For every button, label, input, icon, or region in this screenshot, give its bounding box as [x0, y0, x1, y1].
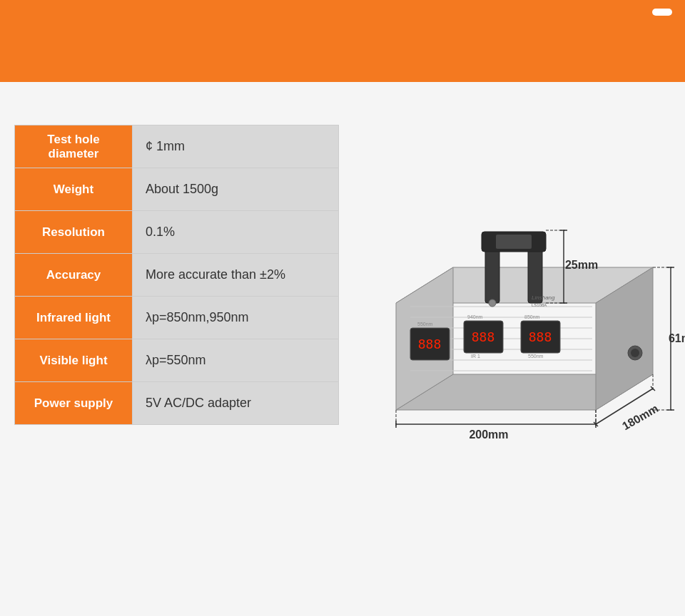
spec-row: Test hole diameter ¢ 1mm — [15, 125, 339, 168]
spec-row: Resolution 0.1% — [15, 211, 339, 254]
svg-text:850nm: 850nm — [524, 314, 540, 319]
spec-label: Test hole diameter — [15, 125, 133, 168]
device-illustration: 888 888 888 550nm 940nm 850nm IR 1 550nm — [353, 210, 685, 510]
svg-rect-27 — [496, 235, 532, 249]
spec-label: Visible light — [15, 339, 133, 382]
svg-text:IR 1: IR 1 — [471, 354, 480, 359]
spec-label: Power supply — [15, 382, 133, 425]
spec-value: 5V AC/DC adapter — [133, 382, 339, 425]
svg-text:550nm: 550nm — [528, 354, 544, 359]
svg-text:LS108A: LS108A — [532, 303, 547, 307]
logo-container — [652, 9, 672, 16]
svg-point-28 — [489, 299, 496, 307]
svg-rect-24 — [485, 250, 499, 303]
spec-value: More accurate than ±2% — [133, 254, 339, 297]
spec-row: Infrared light λp=850nm,950nm — [15, 297, 339, 339]
spec-label: Weight — [15, 168, 133, 211]
spec-value: ¢ 1mm — [133, 125, 339, 168]
svg-text:61mm: 61mm — [669, 332, 685, 344]
spec-row: Weight About 1500g — [15, 168, 339, 211]
spec-row: Visible light λp=550nm — [15, 339, 339, 382]
svg-text:888: 888 — [418, 337, 442, 351]
main-content: Test hole diameter ¢ 1mm Weight About 15… — [0, 82, 685, 616]
device-area: 888 888 888 550nm 940nm 850nm IR 1 550nm — [353, 103, 685, 602]
svg-text:888: 888 — [529, 329, 552, 344]
svg-text:180mm: 180mm — [620, 402, 660, 432]
svg-text:200mm: 200mm — [469, 428, 508, 441]
header — [0, 0, 685, 82]
svg-text:25mm: 25mm — [565, 259, 598, 271]
spec-value: 0.1% — [133, 211, 339, 254]
spec-row: Accuracy More accurate than ±2% — [15, 254, 339, 297]
svg-text:888: 888 — [472, 329, 495, 344]
svg-point-23 — [631, 349, 639, 357]
spec-label: Resolution — [15, 211, 133, 254]
spec-value: λp=550nm — [133, 339, 339, 382]
svg-text:550nm: 550nm — [417, 322, 433, 327]
spec-value: λp=850nm,950nm — [133, 297, 339, 339]
spec-row: Power supply 5V AC/DC adapter — [15, 382, 339, 425]
svg-text:940nm: 940nm — [467, 314, 483, 319]
specs-table: Test hole diameter ¢ 1mm Weight About 15… — [14, 125, 339, 425]
svg-text:Linshang: Linshang — [532, 294, 555, 301]
spec-label: Accuracy — [15, 254, 133, 297]
spec-label: Infrared light — [15, 297, 133, 339]
spec-value: About 1500g — [133, 168, 339, 211]
